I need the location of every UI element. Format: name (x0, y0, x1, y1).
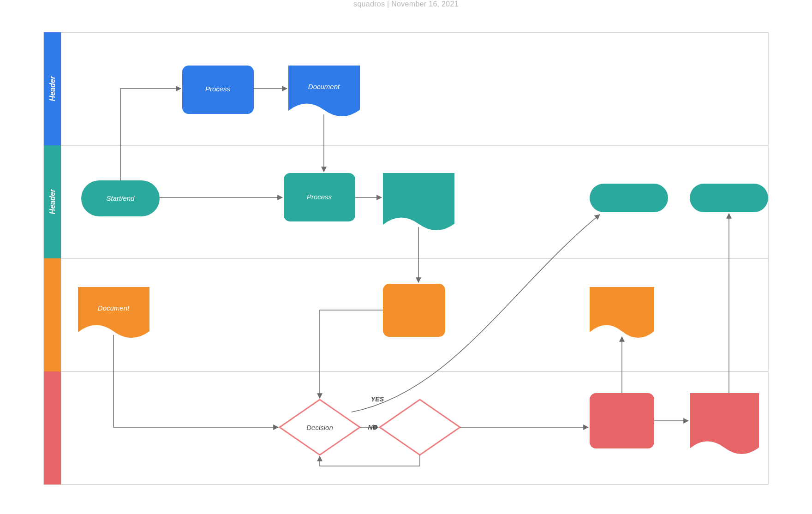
lane-header-4 (44, 371, 61, 484)
doc-orange-right[interactable] (590, 287, 654, 338)
svg-text:Process: Process (307, 193, 332, 201)
lane-label-2: Header (48, 189, 56, 214)
edge-label-no: NO (368, 424, 378, 431)
doc1[interactable]: Document (288, 66, 360, 116)
svg-rect-15 (383, 284, 445, 337)
svg-rect-17 (590, 393, 654, 448)
svg-text:Decision: Decision (306, 424, 333, 431)
red-doc[interactable] (690, 393, 759, 454)
edge-start-process1 (120, 89, 181, 180)
svg-rect-12 (590, 184, 668, 212)
doc2[interactable] (383, 173, 454, 230)
decision-2[interactable] (380, 400, 460, 455)
process2[interactable]: Process (284, 173, 355, 221)
svg-text:Document: Document (98, 304, 130, 312)
doc-orange-left[interactable]: Document (78, 287, 149, 338)
svg-text:Process: Process (205, 85, 231, 93)
svg-rect-13 (690, 184, 768, 212)
svg-text:Document: Document (308, 83, 340, 90)
edge-procorange-decision1 (320, 310, 383, 398)
terminator-2[interactable] (690, 184, 768, 212)
edge-loop (320, 455, 420, 466)
decision-1[interactable]: Decision (280, 400, 360, 455)
svg-text:Start/end: Start/end (107, 194, 135, 202)
lane-header-3 (44, 258, 61, 371)
process-orange[interactable] (383, 284, 445, 337)
edge-docorange-decision1 (113, 335, 278, 427)
red-rect[interactable] (590, 393, 654, 448)
start-terminator[interactable]: Start/end (81, 180, 160, 216)
process1[interactable]: Process (182, 66, 254, 114)
edge-label-yes: YES (371, 395, 384, 403)
lane-label-1: Header (48, 76, 56, 101)
swimlane-diagram: Header Header Process Document Start/end… (0, 0, 812, 514)
terminator-1[interactable] (590, 184, 668, 212)
